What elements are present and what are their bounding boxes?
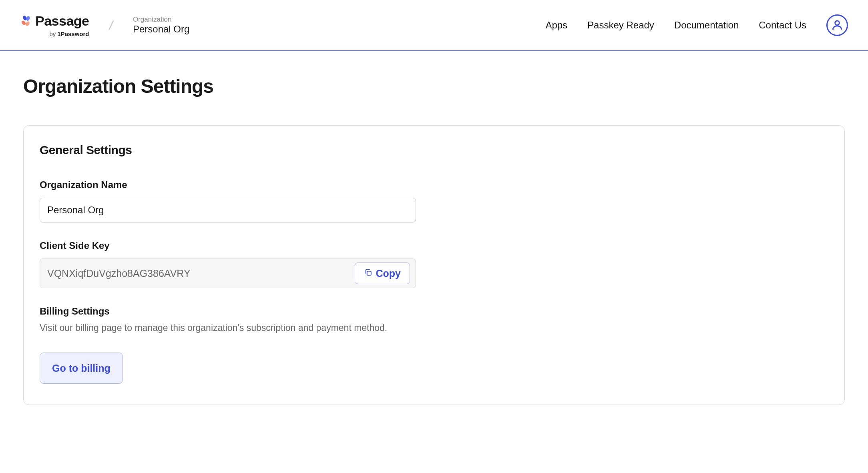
org-name-input[interactable] <box>40 198 416 222</box>
svg-point-4 <box>835 21 840 25</box>
client-key-label: Client Side Key <box>40 240 828 251</box>
passage-logo-icon <box>20 15 32 27</box>
general-settings-card: General Settings Organization Name Clien… <box>23 125 845 405</box>
nav-contact-us[interactable]: Contact Us <box>759 20 806 31</box>
svg-point-1 <box>26 15 30 21</box>
logo[interactable]: Passage by1Password <box>20 13 89 37</box>
header-right: Apps Passkey Ready Documentation Contact… <box>545 14 848 36</box>
client-key-field: Client Side Key VQNXiqfDuVgzho8AG386AVRY… <box>40 240 828 288</box>
org-name-label: Organization Name <box>40 179 828 190</box>
breadcrumb-value: Personal Org <box>133 24 189 35</box>
nav-documentation[interactable]: Documentation <box>674 20 739 31</box>
svg-rect-5 <box>367 271 371 275</box>
logo-text: Passage <box>35 13 89 29</box>
breadcrumb-separator-icon: / <box>108 17 114 33</box>
svg-point-3 <box>25 20 30 26</box>
client-key-row: VQNXiqfDuVgzho8AG386AVRY Copy <box>40 259 416 288</box>
header: Passage by1Password / Organization Perso… <box>0 0 868 51</box>
svg-point-2 <box>21 20 26 26</box>
header-left: Passage by1Password / Organization Perso… <box>20 13 189 37</box>
logo-byline: by1Password <box>49 30 89 37</box>
breadcrumb-label: Organization <box>133 16 189 24</box>
billing-section: Billing Settings Visit our billing page … <box>40 306 828 384</box>
copy-label: Copy <box>376 268 401 279</box>
copy-button[interactable]: Copy <box>355 263 410 284</box>
client-key-value: VQNXiqfDuVgzho8AG386AVRY <box>47 268 191 279</box>
logo-row: Passage <box>20 13 89 29</box>
nav-passkey-ready[interactable]: Passkey Ready <box>587 20 654 31</box>
nav-apps[interactable]: Apps <box>545 20 567 31</box>
account-button[interactable] <box>826 14 848 36</box>
main: Organization Settings General Settings O… <box>0 51 868 429</box>
go-to-billing-button[interactable]: Go to billing <box>40 353 123 384</box>
copy-icon <box>364 268 373 279</box>
general-settings-title: General Settings <box>40 143 828 157</box>
billing-description: Visit our billing page to manage this or… <box>40 323 828 333</box>
org-name-field: Organization Name <box>40 179 828 222</box>
page-title: Organization Settings <box>23 75 845 97</box>
breadcrumb-org[interactable]: Organization Personal Org <box>133 16 189 35</box>
billing-title: Billing Settings <box>40 306 828 317</box>
user-icon <box>831 18 844 32</box>
